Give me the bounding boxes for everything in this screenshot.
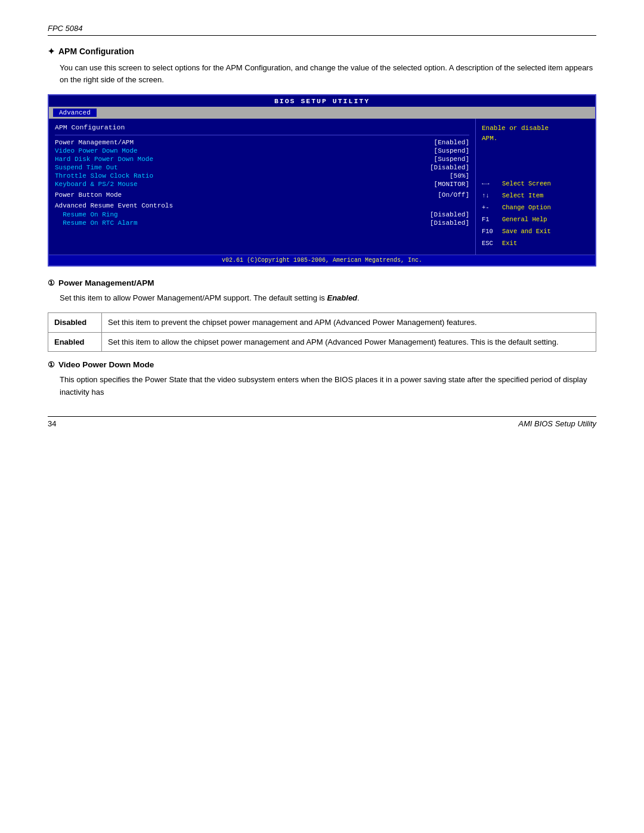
bios-help-keys: ←→ Select Screen ↑↓ Select Item +- Chang… [482,179,589,249]
bios-row-hdd-power: Hard Disk Power Down Mode [Suspend] [55,156,469,163]
action-select-screen: Select Screen [502,179,551,190]
bios-label-power-mgmt: Power Management/APM [55,139,134,146]
bios-label-hdd-power: Hard Disk Power Down Mode [55,156,153,163]
bios-row-keyboard: Keyboard & PS/2 Mouse [MONITOR] [55,181,469,188]
bios-left-panel: APM Configuration Power Management/APM [… [49,119,476,255]
action-select-item: Select Item [502,191,543,202]
video-power-description: This option specifies the Power State th… [60,374,596,398]
footer-page-number: 34 [48,419,56,428]
action-general-help: General Help [502,215,547,225]
bios-menu-tab-advanced[interactable]: Advanced [52,108,97,117]
option-desc-disabled: Set this item to prevent the chipset pow… [102,313,596,333]
bios-label-power-btn: Power Button Mode [55,191,122,199]
apm-description: You can use this screen to select option… [60,62,596,86]
bios-value-suspend-time: [Disabled] [430,164,469,171]
power-mgmt-default-italic: Enabled [327,293,357,302]
header-title: FPC 5084 [48,24,83,33]
bios-footer: v02.61 (C)Copyright 1985-2006, American … [49,255,595,265]
bios-separator-1 [55,135,469,135]
bios-value-hdd-power: [Suspend] [434,156,469,163]
bios-value-keyboard: [MONITOR] [434,181,469,188]
bios-label-resume-rtc: Resume On RTC Alarm [55,219,138,227]
bios-title-bar: BIOS SETUP UTILITY [49,95,595,107]
bios-value-video-power: [Suspend] [434,147,469,154]
power-mgmt-title-text: Power Management/APM [58,278,154,287]
apm-icon: ✦ [48,47,55,56]
power-mgmt-icon: ① [48,278,55,287]
key-arrow-ud: ↑↓ [482,191,499,202]
video-power-subsection-title: ① Video Power Down Mode [48,360,596,369]
bios-label-throttle: Throttle Slow Clock Ratio [55,172,153,179]
bios-value-power-btn: [On/Off] [438,191,469,199]
key-f1: F1 [482,215,499,225]
bios-menu-bar: Advanced [49,107,595,119]
bios-value-throttle: [50%] [450,172,469,179]
key-plusminus: +- [482,203,499,213]
help-row-f10: F10 Save and Exit [482,227,589,237]
help-row-change-option: +- Change Option [482,203,589,213]
bios-value-resume-ring: [Disabled] [430,211,469,218]
page-footer: 34 AMI BIOS Setup Utility [48,416,596,428]
table-row-enabled: Enabled Set this item to allow the chips… [48,332,596,352]
help-row-select-screen: ←→ Select Screen [482,179,589,190]
action-change-option: Change Option [502,203,551,213]
bios-label-suspend-time: Suspend Time Out [55,164,118,171]
bios-right-panel: Enable or disableAPM. ←→ Select Screen ↑… [476,119,595,255]
action-exit: Exit [502,239,517,249]
key-esc: ESC [482,239,499,249]
bios-row-resume-ring: Resume On Ring [Disabled] [55,211,469,218]
power-mgmt-description: Set this item to allow Power Management/… [60,292,596,304]
apm-title-text: APM Configuration [58,47,134,56]
power-mgmt-subsection-title: ① Power Management/APM [48,278,596,287]
option-desc-enabled: Set this item to allow the chipset power… [102,332,596,352]
page-header: FPC 5084 [48,24,596,36]
help-row-esc: ESC Exit [482,239,589,249]
key-arrow-lr: ←→ [482,179,499,190]
footer-right-text: AMI BIOS Setup Utility [518,419,596,428]
bios-screen: BIOS SETUP UTILITY Advanced APM Configur… [48,94,596,267]
video-power-title-text: Video Power Down Mode [58,360,154,369]
bios-row-throttle: Throttle Slow Clock Ratio [50%] [55,172,469,179]
help-row-f1: F1 General Help [482,215,589,225]
bios-enable-text: Enable or disableAPM. [482,123,589,143]
bios-label-video-power: Video Power Down Mode [55,147,138,154]
bios-label-resume-ring: Resume On Ring [55,211,118,218]
bios-value-resume-rtc: [Disabled] [430,219,469,227]
option-name-enabled: Enabled [48,332,102,352]
help-row-select-item: ↑↓ Select Item [482,191,589,202]
video-power-icon: ① [48,360,55,369]
bios-row-power-button: Power Button Mode [On/Off] [55,191,469,199]
bios-row-suspend-time: Suspend Time Out [Disabled] [55,164,469,171]
bios-content-area: APM Configuration Power Management/APM [… [49,119,595,255]
apm-section-title: ✦ APM Configuration [48,47,596,56]
bios-label-keyboard: Keyboard & PS/2 Mouse [55,181,138,188]
bios-value-power-mgmt: [Enabled] [434,139,469,146]
bios-row-resume-rtc: Resume On RTC Alarm [Disabled] [55,219,469,227]
action-save-exit: Save and Exit [502,227,551,237]
power-mgmt-options-table: Disabled Set this item to prevent the ch… [48,312,596,352]
option-name-disabled: Disabled [48,313,102,333]
key-f10: F10 [482,227,499,237]
power-mgmt-desc-text: Set this item to allow Power Management/… [60,293,327,302]
table-row-disabled: Disabled Set this item to prevent the ch… [48,313,596,333]
bios-subsection-resume: Advanced Resume Event Controls [55,202,469,209]
bios-left-section-title: APM Configuration [55,123,469,131]
bios-row-video-power: Video Power Down Mode [Suspend] [55,147,469,154]
bios-row-power-management: Power Management/APM [Enabled] [55,139,469,146]
